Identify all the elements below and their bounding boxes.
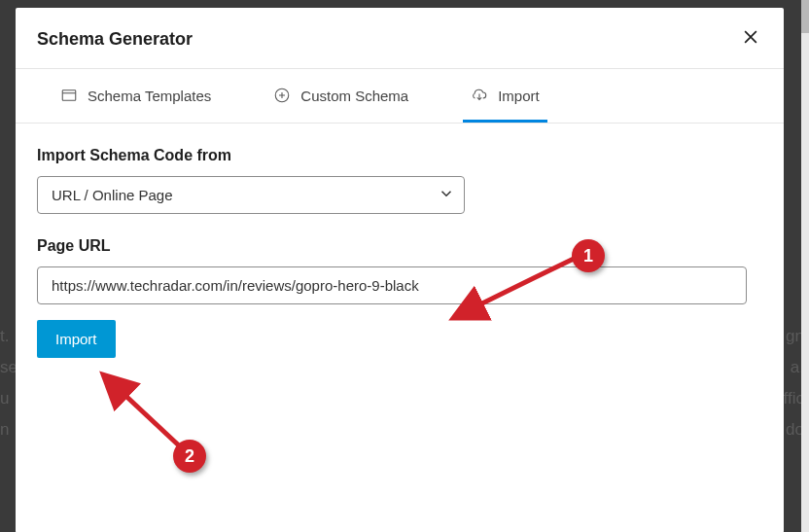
source-label: Import Schema Code from	[37, 147, 762, 164]
modal-body: Import Schema Code from Page URL Import	[16, 124, 784, 381]
tab-import[interactable]: Import	[463, 69, 547, 123]
plus-circle-icon	[273, 87, 291, 104]
import-button[interactable]: Import	[37, 320, 116, 358]
close-button[interactable]	[739, 27, 762, 51]
tab-label: Custom Schema	[300, 88, 408, 104]
page-url-input[interactable]	[37, 266, 747, 304]
url-input-wrap	[37, 266, 762, 304]
modal-header: Schema Generator	[16, 8, 784, 69]
schema-generator-modal: Schema Generator Schema Templates Custom…	[16, 8, 784, 532]
tab-label: Import	[498, 88, 540, 104]
source-select-wrap	[37, 176, 465, 214]
templates-icon	[60, 87, 78, 104]
scroll-thumb[interactable]	[801, 0, 809, 33]
modal-title: Schema Generator	[37, 29, 193, 50]
url-label: Page URL	[37, 237, 762, 255]
svg-rect-0	[62, 90, 76, 101]
close-icon	[741, 27, 760, 51]
tabs: Schema Templates Custom Schema Import	[16, 69, 784, 124]
scrollbar[interactable]	[801, 0, 809, 532]
cloud-download-icon	[471, 87, 488, 104]
tab-label: Schema Templates	[88, 88, 211, 104]
tab-schema-templates[interactable]: Schema Templates	[53, 69, 219, 123]
tab-custom-schema[interactable]: Custom Schema	[265, 69, 416, 123]
source-select[interactable]	[37, 176, 465, 214]
